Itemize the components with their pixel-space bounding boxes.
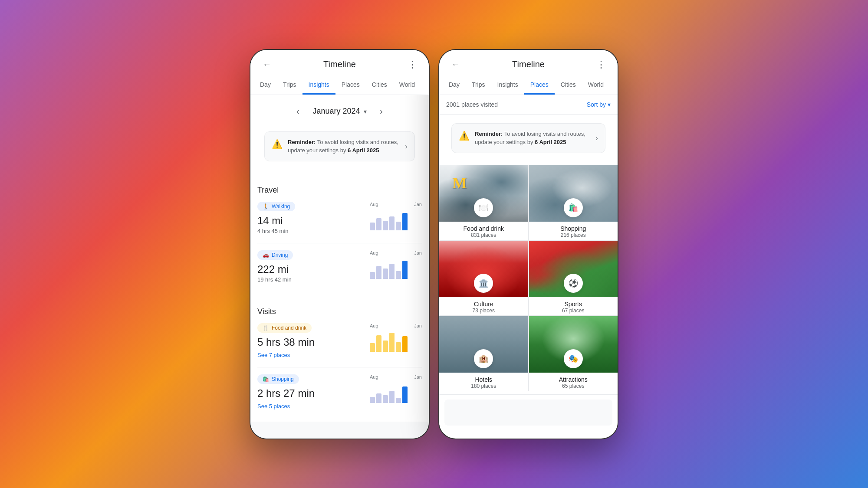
food-chart <box>370 330 422 352</box>
food-name: Food and drink <box>443 225 525 232</box>
divider-1 <box>257 243 422 243</box>
bar-active <box>402 213 408 230</box>
attractions-icon-circle: 🎭 <box>564 349 583 368</box>
reminder-text-1: Reminder: To avoid losing visits and rou… <box>288 138 400 155</box>
category-sports[interactable]: ⚽ Sports 67 places <box>529 241 618 315</box>
reminder-banner-1[interactable]: ⚠️ Reminder: To avoid losing visits and … <box>264 131 415 161</box>
bar <box>396 398 401 403</box>
chevron-right-icon: › <box>380 106 383 116</box>
shopping-chart-label-left: Aug <box>370 374 378 380</box>
app-header-2: ← Timeline ⋮ <box>439 50 618 76</box>
category-shopping[interactable]: 🛍️ Shopping 216 places <box>529 165 618 240</box>
travel-section: Travel 🚶 Walking 14 mi 4 hrs 45 min <box>250 177 429 295</box>
tab-trips-2[interactable]: Trips <box>466 76 491 95</box>
shopping-label: Shopping 216 places <box>529 222 618 240</box>
next-month-button[interactable]: › <box>374 104 389 119</box>
food-icon-circle: 🍽️ <box>474 198 493 217</box>
tab-trips-1[interactable]: Trips <box>277 76 302 95</box>
hotels-icon: 🏨 <box>479 354 488 364</box>
three-dots-icon-2: ⋮ <box>596 59 606 70</box>
car-icon: 🚗 <box>263 252 269 258</box>
fork-icon: 🍴 <box>263 325 269 331</box>
places-header-bar: 2001 places visited Sort by ▾ <box>439 95 618 115</box>
walking-distance: 14 mi <box>257 215 365 227</box>
tab-cities-1[interactable]: Cities <box>366 76 393 95</box>
tab-insights-1[interactable]: Insights <box>302 76 335 95</box>
back-button-1[interactable]: ← <box>259 57 275 72</box>
food-chart-label-left: Aug <box>370 323 378 328</box>
reminder-banner-2[interactable]: ⚠️ Reminder: To avoid losing visits and … <box>451 123 605 153</box>
attractions-icon: 🎭 <box>569 354 578 364</box>
bar-active <box>402 386 408 403</box>
walking-row: 🚶 Walking 14 mi 4 hrs 45 min Aug Jan <box>257 202 422 234</box>
driving-chart-label-left: Aug <box>370 250 378 255</box>
tab-places-2[interactable]: Places <box>524 76 555 95</box>
travel-title: Travel <box>257 186 422 195</box>
sports-icon-circle: ⚽ <box>564 274 583 293</box>
bar <box>389 264 395 279</box>
tab-insights-2[interactable]: Insights <box>491 76 524 95</box>
tab-places-1[interactable]: Places <box>335 76 366 95</box>
visits-title: Visits <box>257 307 422 316</box>
category-attractions[interactable]: 🎭 Attractions 65 places <box>529 316 618 391</box>
bar-active <box>402 261 408 279</box>
category-culture[interactable]: 🏛️ Culture 73 places <box>439 241 528 315</box>
app-title-2: Timeline <box>512 59 545 69</box>
driving-duration: 19 hrs 42 min <box>257 276 365 283</box>
food-duration: 5 hrs 38 min <box>257 336 365 348</box>
phone-insights: ← Timeline ⋮ Day Trips Insights Places C… <box>250 49 430 439</box>
bar <box>383 269 388 279</box>
category-grid: M 🍽️ Food and drink 831 places <box>439 165 618 391</box>
sort-button[interactable]: Sort by ▾ <box>587 101 611 108</box>
nav-tabs-1: Day Trips Insights Places Cities World <box>250 76 429 95</box>
bar <box>376 393 381 403</box>
walking-chart-label-right: Jan <box>414 202 422 207</box>
bar <box>396 271 401 279</box>
bar <box>383 341 388 352</box>
culture-icon: 🏛️ <box>479 278 488 288</box>
month-nav: ‹ January 2024 ▾ › <box>250 95 429 126</box>
sports-name: Sports <box>533 301 615 308</box>
walking-chart <box>370 209 422 230</box>
menu-button-2[interactable]: ⋮ <box>593 57 609 72</box>
back-arrow-icon: ← <box>263 59 271 69</box>
shopping-chart <box>370 381 422 403</box>
tab-world-2[interactable]: World <box>582 76 610 95</box>
shopping-icon-circle: 🛍️ <box>564 198 583 217</box>
month-label: January 2024 ▾ <box>312 107 366 116</box>
month-chevron-icon: ▾ <box>364 108 367 115</box>
hotels-label: Hotels 180 places <box>439 373 528 391</box>
see-shopping-places[interactable]: See 5 places <box>257 403 365 409</box>
shopping-tag: 🛍️ Shopping <box>257 374 299 384</box>
tab-world-1[interactable]: World <box>393 76 421 95</box>
sports-label: Sports 67 places <box>529 297 618 315</box>
food-row: 🍴 Food and drink 5 hrs 38 min See 7 plac… <box>257 323 422 358</box>
walking-tag: 🚶 Walking <box>257 202 295 211</box>
category-food[interactable]: M 🍽️ Food and drink 831 places <box>439 165 528 240</box>
bar-active <box>402 336 408 352</box>
shopping-icon: 🛍️ <box>569 203 578 213</box>
bar <box>370 223 375 230</box>
app-title-1: Timeline <box>323 59 356 69</box>
see-food-places[interactable]: See 7 places <box>257 352 365 358</box>
reminder-chevron-icon-1: › <box>405 142 408 151</box>
tab-day-2[interactable]: Day <box>443 76 466 95</box>
food-chart-label-right: Jan <box>414 323 422 328</box>
driving-tag: 🚗 Driving <box>257 250 293 260</box>
shopping-duration: 2 hrs 27 min <box>257 387 365 400</box>
divider-2 <box>257 367 422 367</box>
bar <box>376 266 381 279</box>
prev-month-button[interactable]: ‹ <box>290 104 306 119</box>
sort-label: Sort by <box>587 101 606 108</box>
category-hotels[interactable]: 🏨 Hotels 180 places <box>439 316 528 391</box>
tab-day-1[interactable]: Day <box>254 76 277 95</box>
back-button-2[interactable]: ← <box>448 57 464 72</box>
menu-button-1[interactable]: ⋮ <box>404 57 420 72</box>
bar <box>370 343 375 352</box>
tab-cities-2[interactable]: Cities <box>555 76 582 95</box>
bar <box>389 391 395 403</box>
attractions-name: Attractions <box>533 376 615 383</box>
warning-icon-1: ⚠️ <box>272 139 283 149</box>
food-icon: 🍽️ <box>479 203 488 213</box>
driving-chart-label-right: Jan <box>414 250 422 255</box>
